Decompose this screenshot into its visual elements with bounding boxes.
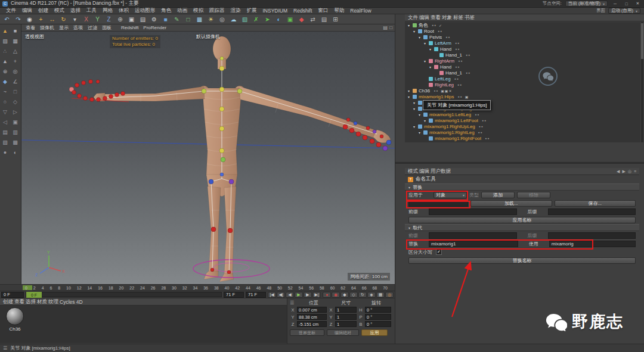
node-space-select[interactable]: 当前 (标准/物理)▾ [565,1,608,7]
replace-name-button[interactable]: 替换名称 [408,257,636,264]
expand-caret-icon[interactable]: ▾ [413,29,417,33]
expand-caret-icon[interactable]: ▾ [408,89,412,93]
workplane-snap-icon[interactable]: ~ [1,87,10,96]
next-frame-button[interactable]: ▶ [304,292,312,298]
material-menu-item[interactable]: Cycles 4D [60,299,83,305]
viewport-menu-item[interactable]: 查看 [24,24,37,31]
rotate-tool-icon[interactable]: ↻ [58,15,69,23]
burger-icon[interactable]: ☰ [290,300,296,306]
keyframe-rotation-button[interactable]: ↻ [358,292,367,298]
palette-icon-25[interactable]: ● [1,148,10,157]
tweak-mode-icon[interactable]: + [11,57,20,66]
mograph-icon[interactable]: ▧ [240,15,250,23]
visibility-dots[interactable]: ●● [432,23,436,27]
size-field[interactable]: 1 [335,307,357,313]
end-frame-field[interactable]: 71 F [224,292,244,298]
save-button[interactable]: 保存... [555,200,636,207]
load-button[interactable]: 加载... [470,200,552,207]
axis-mode-icon[interactable]: ⊕ [1,67,10,76]
close-button[interactable]: ✕ [634,1,642,7]
material-icon[interactable]: ◎ [217,15,227,23]
position-field[interactable]: -5.151 cm [297,321,327,327]
palette-icon-26[interactable]: ◐ [11,148,20,157]
visibility-dots[interactable]: ●● [458,59,463,63]
visibility-dots[interactable]: ●● [478,130,483,134]
polygons-mode-icon[interactable]: ▲ [1,57,10,66]
substitute-prefix-field[interactable] [429,232,517,239]
keyframe-scale-button[interactable]: ◇ [349,292,358,298]
with-field[interactable]: mixamorig [549,241,636,247]
visibility-dots[interactable]: ●● [455,65,460,68]
visibility-dots[interactable]: ●● [475,113,479,116]
expand-caret-icon[interactable]: ▾ [424,41,428,45]
z-axis-lock-icon[interactable]: Z [104,15,114,23]
object-tree-item[interactable]: ▾ LeftArm ●● [405,40,640,46]
menu-item[interactable]: 模拟 [191,7,206,14]
viewport-menu-item[interactable]: 过滤 [86,24,99,31]
max-frame-field[interactable]: 71 F [246,292,266,298]
menu-item[interactable]: 窗口 [315,7,330,14]
y-axis-lock-icon[interactable]: Y [92,15,103,23]
material-item[interactable]: Ch36 [4,307,26,332]
object-manager-menu[interactable]: 标签 [453,14,463,21]
menu-item[interactable]: 选择 [68,7,83,14]
viewport-menu-item[interactable]: 摄像机 [38,24,56,31]
visibility-dots[interactable]: ●● [434,89,438,92]
material-list[interactable]: Ch36 [0,306,287,343]
goto-end-button[interactable]: ▶| [312,292,321,298]
object-tree-item[interactable]: ▾ Pelvis ●● [405,34,640,40]
name-field[interactable] [408,200,468,207]
attribute-nav-icon[interactable]: ◀ [617,169,620,174]
menu-item[interactable]: Redshift [291,8,314,14]
visibility-dots[interactable]: ●● [438,29,442,33]
pane-layout-icon[interactable]: □ [389,25,392,30]
material-thumbnail[interactable] [6,307,24,325]
visibility-dots[interactable]: ●● [458,95,463,98]
view-label[interactable]: 透视视图 [25,33,44,40]
attribute-nav-icon[interactable]: ▶ [622,169,625,174]
object-manager-scrollbar[interactable] [641,22,643,142]
move-tool-icon[interactable]: + [36,15,46,23]
team-render-icon[interactable]: ⇄ [308,15,318,23]
viewport-render-menu[interactable]: Redshift [119,25,140,30]
expand-caret-icon[interactable]: ▾ [424,59,428,63]
interface-select[interactable]: 启动 (自用)▾ [608,8,640,14]
light-icon[interactable]: ☀ [206,15,216,23]
coordinates-window-icon[interactable]: ⊞ [330,15,340,23]
object-tree-item[interactable]: ▾ mixamorig1:Hips ●● ▣ [405,94,640,99]
visibility-dots[interactable]: ●● [466,71,470,74]
expand-caret-icon[interactable]: ▾ [408,95,412,99]
visibility-dots[interactable]: ●● [445,35,450,39]
material-menu-item[interactable]: 选择 [26,298,36,306]
cycles4d-icon[interactable]: ◐ [274,15,284,23]
menu-item[interactable]: 运动图形 [132,7,157,14]
timeline-ruler[interactable]: 0246810121416182022242628303234363840424… [0,284,395,291]
expand-caret-icon[interactable]: ▾ [419,113,423,117]
object-tree-item[interactable]: ▾ 角色 ●● ✓ [405,22,640,28]
rotation-field[interactable]: 0 ° [365,321,391,327]
visibility-dots[interactable]: ●● [457,83,462,86]
palette-icon-16[interactable]: ◇ [11,97,20,106]
prefix-field[interactable] [429,208,517,215]
menu-item[interactable]: RealFlow [348,8,373,14]
play-button[interactable]: ▶ [295,292,303,298]
object-tree-item[interactable]: ▾ mixamorig1:RightLeg ●● [405,129,640,135]
object-manager-menu[interactable]: 书签 [465,14,475,21]
visibility-dots[interactable]: ●● [455,47,460,51]
viewport-menu-item[interactable]: 显示 [57,24,70,31]
render-settings-icon[interactable]: ⚙ [149,15,159,23]
menu-item[interactable]: 模式 [52,7,67,14]
character-mesh[interactable] [94,36,391,282]
x-axis-lock-icon[interactable]: X [81,15,91,23]
timeline-slider[interactable]: 0 F [26,292,222,297]
object-tree-item[interactable]: ▾ RightLeg ●● [405,82,640,88]
cube-primitive-icon[interactable]: ■ [160,15,171,23]
group-header-substitute[interactable]: ▾取代 [405,224,639,231]
object-tree-item[interactable]: ▾ Hand ●● [405,46,640,52]
texture-mode-icon[interactable]: ▨ [1,36,10,45]
expand-caret-icon[interactable]: ▾ [408,23,412,27]
remove-button[interactable]: 移除 [517,192,550,198]
coord-system-select[interactable]: 世界坐标 [290,329,324,336]
attribute-nav-icon[interactable]: ≡ [634,169,636,174]
object-manager-menu[interactable]: 对象 [442,14,452,21]
